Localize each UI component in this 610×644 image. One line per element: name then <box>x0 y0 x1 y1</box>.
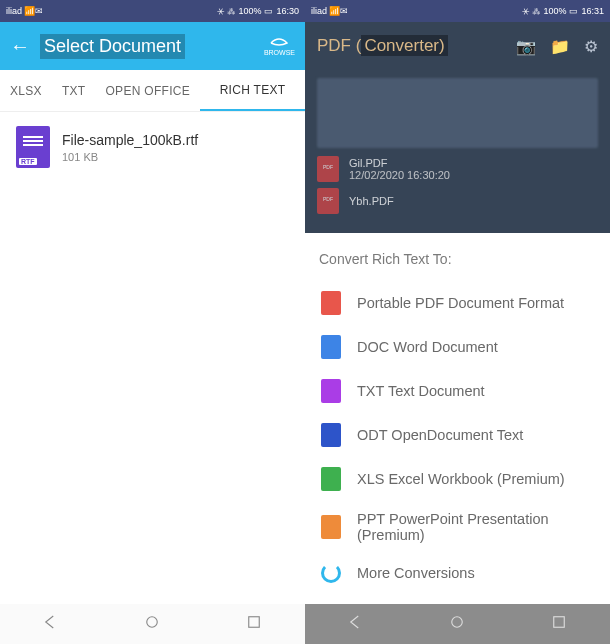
app-bar: ← Select Document BROWSE <box>0 22 305 70</box>
nav-bar-left <box>0 604 305 644</box>
sync-icon <box>321 563 341 583</box>
carrier-label: iliad <box>6 6 22 16</box>
nav-back-button[interactable] <box>42 613 60 635</box>
signal-icon: 📶✉ <box>329 6 348 16</box>
back-arrow-icon[interactable]: ← <box>10 35 30 58</box>
app-bar-pdf: PDF (Converter) 📷 📁 ⚙ <box>305 22 610 70</box>
convert-option-more[interactable]: More Conversions <box>315 553 600 593</box>
nav-recents-button[interactable] <box>550 613 568 635</box>
convert-option-odt[interactable]: ODT OpenDocument Text <box>315 413 600 457</box>
pdf-icon <box>321 291 341 315</box>
convert-sheet: Convert Rich Text To: Portable PDF Docum… <box>305 233 610 604</box>
app-brand: PDF (Converter) <box>317 36 448 56</box>
tab-xlsx[interactable]: XLSX <box>0 70 52 111</box>
convert-option-ppt[interactable]: PPT PowerPoint Presentation (Premium) <box>315 501 600 553</box>
nav-recents-button[interactable] <box>245 613 263 635</box>
doc-icon <box>321 335 341 359</box>
svg-rect-3 <box>554 617 565 628</box>
time-label: 16:30 <box>276 6 299 16</box>
document-preview-blurred <box>317 78 598 148</box>
tab-txt[interactable]: TXT <box>52 70 96 111</box>
gear-icon[interactable]: ⚙ <box>584 37 598 56</box>
time-label: 16:31 <box>581 6 604 16</box>
tab-rich-text[interactable]: RICH TEXT <box>200 70 305 111</box>
convert-option-xls[interactable]: XLS Excel Workbook (Premium) <box>315 457 600 501</box>
status-bar-right: iliad 📶✉ ⚹ ⁂ 100% ▭ 16:31 <box>305 0 610 22</box>
bt-icon: ⚹ ⁂ <box>217 6 236 17</box>
nav-bar-right <box>305 604 610 644</box>
convert-option-pdf[interactable]: Portable PDF Document Format <box>315 281 600 325</box>
pdf-file-icon <box>317 156 339 182</box>
svg-point-0 <box>147 617 158 628</box>
browse-button[interactable]: BROWSE <box>264 37 295 56</box>
file-name: File-sample_100kB.rtf <box>62 132 198 148</box>
status-bar-left: iliad 📶✉ ⚹ ⁂ 100% ▭ 16:30 <box>0 0 305 22</box>
folder-icon[interactable]: 📁 <box>550 37 570 56</box>
recent-file-item: Gil.PDF12/02/2020 16:30:20 <box>317 156 598 182</box>
svg-rect-1 <box>249 617 260 628</box>
file-size: 101 KB <box>62 151 198 163</box>
odt-icon <box>321 423 341 447</box>
svg-point-2 <box>452 617 463 628</box>
convert-option-txt[interactable]: TXT Text Document <box>315 369 600 413</box>
camera-icon[interactable]: 📷 <box>516 37 536 56</box>
page-title: Select Document <box>40 34 185 59</box>
convert-option-doc[interactable]: DOC Word Document <box>315 325 600 369</box>
carrier-label: iliad <box>311 6 327 16</box>
nav-home-button[interactable] <box>448 613 466 635</box>
tab-bar: XLSX TXT OPEN OFFICE RICH TEXT <box>0 70 305 112</box>
browse-eye-icon <box>270 37 288 49</box>
file-item[interactable]: RTF File-sample_100kB.rtf 101 KB <box>0 112 305 182</box>
ppt-icon <box>321 515 341 539</box>
recent-file-item: Ybh.PDF <box>317 188 598 214</box>
bt-icon: ⚹ ⁂ <box>522 6 541 17</box>
txt-icon <box>321 379 341 403</box>
tab-open-office[interactable]: OPEN OFFICE <box>95 70 200 111</box>
battery-label: 100% <box>238 6 261 16</box>
xls-icon <box>321 467 341 491</box>
nav-home-button[interactable] <box>143 613 161 635</box>
rtf-file-icon: RTF <box>16 126 50 168</box>
signal-icon: 📶✉ <box>24 6 43 16</box>
pdf-file-icon <box>317 188 339 214</box>
battery-label: 100% <box>543 6 566 16</box>
battery-icon: ▭ <box>569 6 578 16</box>
nav-back-button[interactable] <box>347 613 365 635</box>
battery-icon: ▭ <box>264 6 273 16</box>
sheet-title: Convert Rich Text To: <box>315 251 600 281</box>
